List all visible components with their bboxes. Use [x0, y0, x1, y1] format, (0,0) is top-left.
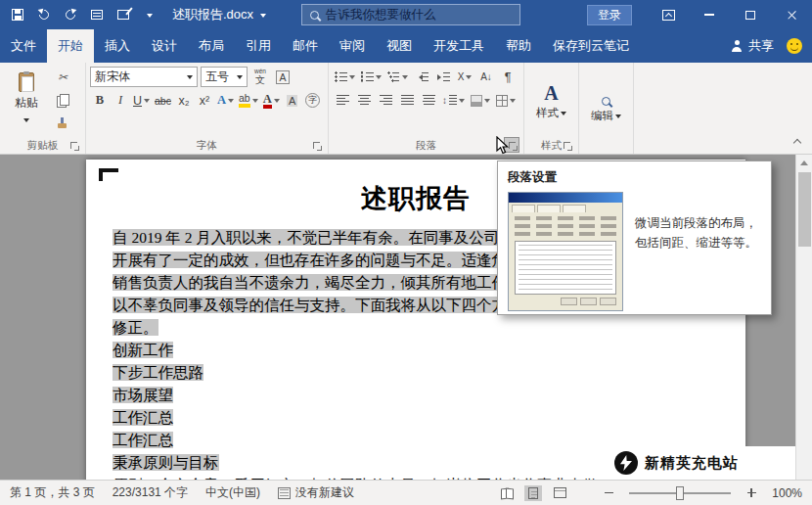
save-button[interactable] [10, 8, 24, 23]
language-indicator[interactable]: 中文(中国) [205, 484, 260, 501]
zoom-slider-thumb[interactable] [676, 486, 684, 500]
enclose-characters-button[interactable]: 字 [303, 90, 323, 111]
numbering-button[interactable] [359, 67, 383, 87]
character-border-button[interactable]: A [273, 67, 293, 87]
show-formatting-marks-button[interactable]: ¶ [498, 67, 518, 87]
chevron-down-icon [459, 99, 465, 106]
styles-dialog-launcher[interactable] [560, 138, 573, 152]
superscript-button[interactable]: x² [195, 90, 214, 111]
font-size-combo[interactable]: 五号 [201, 67, 248, 87]
strikethrough-button[interactable]: abc [153, 90, 173, 111]
increase-indent-button[interactable] [433, 67, 453, 87]
zoom-in-button[interactable] [743, 485, 760, 501]
editing-button[interactable]: 编辑 [583, 67, 629, 154]
paste-button[interactable]: 粘贴 [4, 67, 49, 131]
italic-button[interactable]: I [111, 90, 130, 111]
copy-button[interactable] [53, 90, 72, 111]
styles-button[interactable]: A 样式 [528, 67, 574, 137]
zoom-out-button[interactable] [600, 485, 617, 501]
underline-button[interactable]: U [131, 90, 152, 111]
tab-review[interactable]: 审阅 [329, 29, 376, 63]
doc-line[interactable]: 修正。 [113, 316, 745, 339]
title-menu-caret-icon[interactable] [260, 14, 266, 21]
tab-insert[interactable]: 插入 [94, 29, 141, 63]
scrollbar-thumb[interactable] [798, 172, 811, 247]
read-mode-button[interactable] [498, 485, 516, 501]
page-indicator[interactable]: 第 1 页，共 3 页 [10, 484, 95, 501]
cut-button[interactable]: ✂ [53, 67, 72, 87]
dialog-preview-pane [515, 241, 616, 295]
multilevel-list-button[interactable] [385, 67, 410, 87]
close-button[interactable] [771, 0, 812, 29]
customize-quick-access-button[interactable] [142, 8, 157, 23]
share-button[interactable]: 共享 [731, 37, 774, 55]
doc-line[interactable]: 创新工作 [113, 339, 745, 361]
scroll-up-button[interactable] [796, 155, 812, 170]
tab-cloud-notes[interactable]: 保存到云笔记 [542, 29, 640, 63]
shading-button[interactable] [469, 90, 492, 111]
zoom-slider[interactable] [629, 492, 731, 494]
tab-help[interactable]: 帮助 [495, 29, 542, 63]
borders-button[interactable] [494, 90, 518, 111]
chevron-down-icon [147, 14, 153, 21]
distributed-button[interactable] [419, 90, 438, 111]
tab-view[interactable]: 视图 [376, 29, 423, 63]
tell-me-search-box[interactable]: 告诉我你想要做什么 [301, 4, 520, 25]
shading-icon [471, 95, 482, 107]
tab-references[interactable]: 引用 [235, 29, 282, 63]
dialog-launcher-icon [564, 142, 570, 149]
paragraph-group: X A↓ ¶ ↕ 段落 [329, 63, 524, 154]
align-center-button[interactable] [354, 90, 374, 111]
pen-icon [117, 10, 129, 20]
doc-line[interactable]: 下步工作思路 [113, 361, 745, 384]
character-shading-button[interactable]: A [283, 90, 302, 111]
align-left-button[interactable] [333, 90, 352, 111]
tab-layout[interactable]: 布局 [188, 29, 235, 63]
tab-file[interactable]: 文件 [0, 29, 47, 63]
search-icon [310, 11, 319, 20]
asian-layout-button[interactable]: X [455, 67, 474, 87]
minimize-button[interactable] [689, 0, 730, 29]
tab-mailings[interactable]: 邮件 [282, 29, 329, 63]
align-right-button[interactable] [376, 90, 395, 111]
strikethrough-icon: abc [155, 95, 171, 107]
paragraph-settings-tooltip: 段落设置 微调当前段落的布局，包括间距、缩进等等。 [497, 161, 772, 315]
text-effects-button[interactable]: A [215, 90, 236, 111]
word-count[interactable]: 223/3131 个字 [113, 484, 188, 501]
zoom-level[interactable]: 100% [769, 486, 802, 500]
undo-button[interactable] [36, 8, 51, 23]
font-name-combo[interactable]: 新宋体 [90, 67, 198, 87]
print-preview-button[interactable] [89, 8, 104, 23]
doc-line[interactable]: 工作汇总 [113, 406, 745, 429]
draw-mode-button[interactable] [115, 8, 130, 23]
web-layout-button[interactable] [551, 485, 568, 501]
chevron-down-icon [252, 99, 258, 106]
tab-design[interactable]: 设计 [141, 29, 188, 63]
ribbon-display-options-button[interactable] [648, 0, 689, 29]
redo-button[interactable] [63, 8, 77, 23]
feedback-smiley-icon[interactable] [787, 38, 802, 54]
editor-suggestions[interactable]: 没有新建议 [278, 484, 354, 501]
collapse-ribbon-button[interactable] [789, 135, 805, 148]
line-spacing-button[interactable]: ↕ [440, 90, 467, 111]
format-painter-button[interactable] [53, 114, 72, 134]
tab-developer[interactable]: 开发工具 [423, 29, 495, 63]
font-color-button[interactable]: A [261, 90, 282, 111]
clipboard-dialog-launcher[interactable] [67, 138, 80, 152]
maximize-button[interactable] [730, 0, 771, 29]
tab-home[interactable]: 开始 [47, 29, 94, 63]
decrease-indent-button[interactable] [412, 67, 431, 87]
phonetic-guide-button[interactable]: wén文 [250, 67, 270, 87]
font-dialog-launcher[interactable] [309, 138, 323, 152]
highlight-color-button[interactable]: ab [237, 90, 260, 111]
titlebar-right: 登录 [587, 0, 812, 29]
doc-line[interactable]: 市场展望 [113, 384, 745, 406]
justify-button[interactable] [397, 90, 417, 111]
bullets-button[interactable] [333, 67, 357, 87]
print-layout-button[interactable] [524, 485, 542, 501]
vertical-scrollbar[interactable] [795, 155, 812, 480]
bold-button[interactable]: B [90, 90, 110, 111]
sign-in-button[interactable]: 登录 [587, 5, 632, 25]
sort-button[interactable]: A↓ [476, 67, 496, 87]
subscript-button[interactable]: x₂ [174, 90, 194, 111]
